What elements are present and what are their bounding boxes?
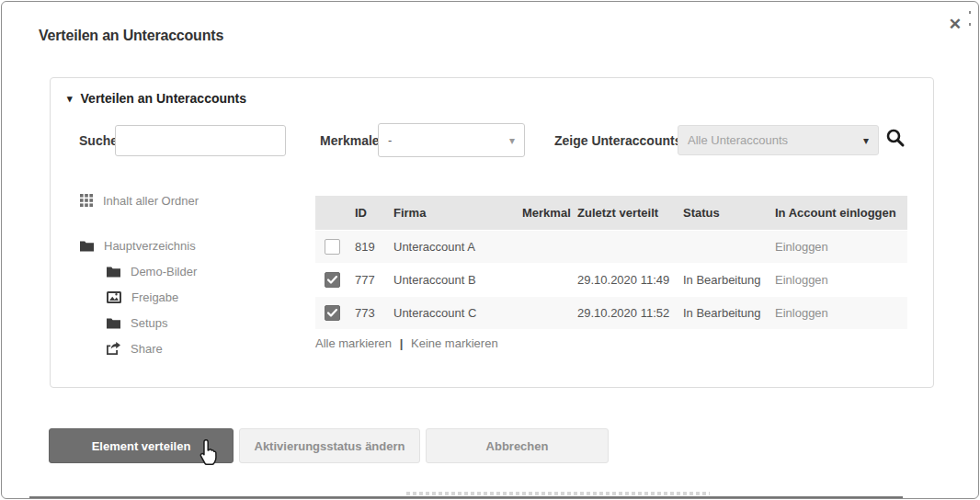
row-checkbox[interactable] [325, 272, 340, 288]
zeige-unteraccounts-dropdown[interactable]: Alle Unteraccounts ▾ [678, 125, 879, 155]
zeige-unteraccounts-label: Zeige Unteraccounts [554, 133, 681, 148]
select-all-link[interactable]: Alle markieren [315, 336, 392, 350]
merkmale-selected-value: - [388, 133, 392, 147]
search-label: Suche [79, 133, 118, 148]
scrollbar-dot [969, 23, 971, 26]
panel-header-label: Verteilen an Unteraccounts [81, 91, 247, 106]
panel-collapse-header[interactable]: ▾ Verteilen an Unteraccounts [67, 91, 246, 106]
search-input[interactable] [115, 125, 286, 156]
tree-item-label: Demo-Bilder [131, 265, 197, 278]
share-icon [107, 342, 120, 355]
modal-title: Verteilen an Unteraccounts [39, 28, 223, 44]
cell-id: 773 [355, 306, 393, 320]
close-icon[interactable]: ✕ [949, 17, 962, 32]
distribute-element-button[interactable]: Element verteilen [49, 428, 234, 463]
tree-item-label: Share [131, 342, 163, 356]
folder-icon [107, 317, 120, 329]
change-activation-status-button[interactable]: Aktivierungsstatus ändern [239, 428, 420, 463]
selection-links: Alle markieren | Keine markieren [315, 336, 498, 350]
cell-firma: Unteraccount B [393, 273, 522, 287]
cell-zuletzt: 29.10.2020 11:49 [577, 273, 683, 287]
background-page-edge [29, 496, 903, 498]
cancel-button[interactable]: Abbrechen [426, 428, 609, 463]
table-header-row: ID Firma Merkmal Zuletzt verteilt Status… [315, 196, 907, 230]
col-header-firma: Firma [393, 206, 522, 220]
col-header-login: In Account einloggen [775, 206, 907, 220]
merkmale-dropdown[interactable]: - ▾ [378, 123, 525, 157]
row-checkbox[interactable] [325, 305, 340, 321]
tree-item-all-folders[interactable]: Inhalt aller Ordner [80, 190, 310, 210]
cell-id: 777 [355, 273, 393, 287]
caret-down-icon: ▾ [67, 93, 73, 105]
folder-icon [80, 240, 94, 252]
folder-icon [107, 266, 120, 278]
tree-item-label: Hauptverzeichnis [104, 239, 196, 253]
tree-item-demo-bilder[interactable]: Demo-Bilder [80, 258, 310, 284]
chevron-down-icon: ▾ [863, 134, 869, 147]
footer-buttons: Element verteilen Aktivierungsstatus änd… [49, 428, 609, 463]
image-icon [107, 291, 121, 303]
cell-zuletzt: 29.10.2020 11:52 [577, 306, 683, 320]
select-none-link[interactable]: Keine markieren [411, 336, 498, 350]
table-row: 773 Unteraccount C 29.10.2020 11:52 In B… [315, 296, 907, 329]
col-header-id: ID [355, 206, 393, 220]
cell-status: In Bearbeitung [683, 306, 775, 320]
tree-item-label: Inhalt aller Ordner [103, 194, 199, 208]
tree-item-setups[interactable]: Setups [80, 310, 310, 335]
login-link[interactable]: Einloggen [775, 273, 907, 287]
cell-id: 819 [355, 240, 393, 254]
grid-icon [80, 194, 93, 207]
login-link[interactable]: Einloggen [775, 306, 907, 320]
chevron-down-icon: ▾ [509, 134, 515, 147]
folder-tree: Inhalt aller Ordner Hauptverzeichnis Dem… [80, 190, 310, 361]
tree-item-label: Freigabe [131, 290, 178, 304]
login-link[interactable]: Einloggen [775, 240, 907, 254]
distribute-panel: ▾ Verteilen an Unteraccounts Suche Merkm… [50, 77, 934, 388]
merkmale-label: Merkmale [320, 133, 380, 148]
subaccounts-table: ID Firma Merkmal Zuletzt verteilt Status… [315, 196, 907, 329]
row-checkbox[interactable] [325, 239, 340, 255]
col-header-status: Status [683, 206, 775, 220]
tree-item-share[interactable]: Share [80, 335, 310, 361]
col-header-merkmal: Merkmal [522, 206, 577, 220]
cell-status: In Bearbeitung [683, 273, 775, 287]
distribute-modal: Verteilen an Unteraccounts ✕ ▾ Verteilen… [1, 1, 979, 499]
cell-firma: Unteraccount A [393, 240, 522, 254]
table-row: 777 Unteraccount B 29.10.2020 11:49 In B… [315, 263, 907, 296]
tree-item-label: Setups [131, 316, 167, 330]
tree-item-hauptverzeichnis[interactable]: Hauptverzeichnis [80, 233, 310, 258]
table-row: 819 Unteraccount A Einloggen [315, 230, 907, 263]
background-page-artifact [406, 492, 710, 495]
search-button[interactable] [885, 128, 906, 148]
search-icon [885, 128, 906, 148]
link-separator: | [400, 336, 404, 350]
col-header-zuletzt-verteilt: Zuletzt verteilt [577, 206, 683, 220]
tree-item-freigabe[interactable]: Freigabe [80, 284, 310, 310]
scrollbar-dot [969, 11, 971, 14]
cell-firma: Unteraccount C [393, 306, 522, 320]
zeige-selected-value: Alle Unteraccounts [688, 133, 788, 147]
